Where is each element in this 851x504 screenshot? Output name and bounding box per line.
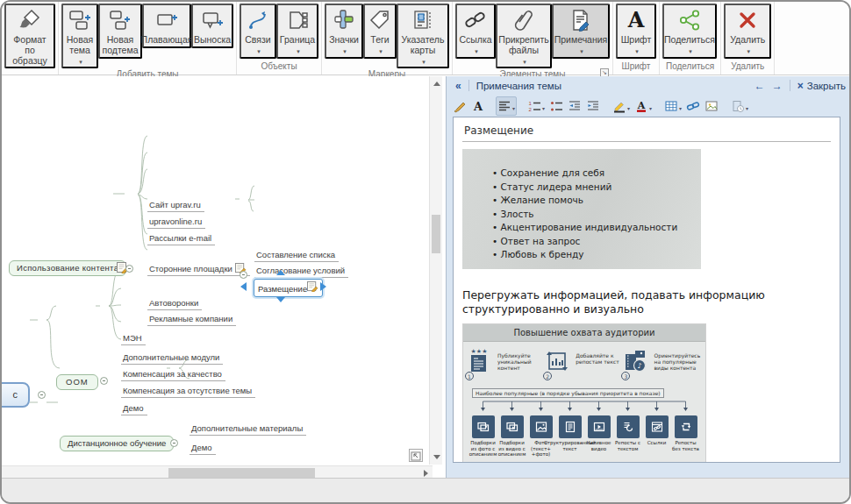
relationships-button[interactable]: Связи bbox=[240, 4, 276, 59]
tags-button[interactable]: Теги bbox=[363, 4, 397, 59]
fit-map-button[interactable] bbox=[409, 449, 423, 462]
history-button[interactable] bbox=[729, 96, 750, 116]
map-canvas[interactable]: Использование контента Сайт uprav.ru upr… bbox=[2, 76, 446, 479]
collapse-toggle[interactable] bbox=[38, 391, 46, 399]
scroll-right-icon[interactable] bbox=[424, 470, 428, 477]
map-topic-box[interactable]: ООМ bbox=[56, 374, 98, 390]
drag-handle-down-icon[interactable] bbox=[276, 297, 285, 302]
align-left-icon bbox=[497, 99, 511, 113]
map-topic[interactable]: Согласование условий bbox=[254, 266, 348, 278]
collapse-toggle[interactable] bbox=[125, 265, 133, 273]
insert-image-button[interactable] bbox=[703, 97, 720, 115]
collapse-toggle[interactable] bbox=[100, 377, 108, 385]
drag-handle-left-icon[interactable] bbox=[240, 282, 247, 291]
scroll-down-icon[interactable] bbox=[433, 455, 440, 459]
font-button[interactable]: A Шрифт bbox=[616, 4, 656, 59]
link-button[interactable]: Ссылка bbox=[455, 4, 496, 59]
links-icon bbox=[650, 420, 664, 434]
format-painter-button[interactable]: Формат по образцу bbox=[4, 4, 55, 68]
icons-button[interactable]: Значки bbox=[325, 4, 363, 59]
vertical-scrollbar[interactable] bbox=[429, 76, 442, 465]
back-icon[interactable] bbox=[751, 80, 769, 92]
table-icon bbox=[664, 99, 678, 113]
horizontal-scroll-thumb[interactable] bbox=[168, 468, 315, 478]
map-topic-box[interactable]: Дистанционное обучение bbox=[60, 436, 174, 451]
new-subtopic-button[interactable]: Новая подтема bbox=[98, 4, 142, 59]
notes-toolbar: A 12 A bbox=[447, 95, 849, 117]
indent-icon bbox=[586, 99, 600, 113]
floating-topic-button[interactable]: Плавающая bbox=[142, 4, 191, 48]
map-topic[interactable]: Сайт uprav.ru bbox=[147, 200, 204, 212]
align-button[interactable] bbox=[496, 96, 517, 116]
dropdown-caret-icon bbox=[578, 46, 583, 56]
attach-files-button[interactable]: Прикрепить файлы bbox=[496, 4, 552, 68]
group-name: Удалить bbox=[724, 60, 771, 75]
scroll-up-icon[interactable] bbox=[433, 82, 440, 86]
dropdown-caret-icon bbox=[511, 98, 515, 114]
highlight-button[interactable] bbox=[611, 96, 632, 116]
map-topic[interactable]: Рассылки e-mail bbox=[147, 233, 215, 245]
map-topic[interactable]: Дополнительные материалы bbox=[190, 423, 306, 436]
collapse-toggle[interactable] bbox=[170, 439, 178, 447]
collapse-toggle[interactable] bbox=[240, 271, 247, 279]
dropdown-caret-icon bbox=[745, 98, 748, 114]
notes-button[interactable]: Примечания bbox=[552, 4, 610, 59]
map-index-button[interactable]: Указатель карты bbox=[397, 4, 449, 68]
map-topic[interactable]: Демо bbox=[121, 403, 147, 415]
delete-button[interactable]: Удалить bbox=[724, 4, 771, 59]
tags-icon bbox=[368, 8, 392, 32]
share-button[interactable]: Поделиться bbox=[662, 4, 717, 59]
boundary-button[interactable]: Граница bbox=[276, 4, 318, 59]
map-central-topic[interactable]: с bbox=[2, 382, 30, 408]
ribbon-group-topic-elements: Ссылка Прикрепить файлы Примечания Элеме… bbox=[453, 2, 613, 75]
note-icon[interactable] bbox=[307, 281, 318, 292]
dropdown-caret-icon bbox=[341, 46, 347, 56]
infographic-title: Повышение охвата аудитории bbox=[463, 324, 705, 342]
collapse-panel-icon[interactable] bbox=[452, 80, 465, 92]
map-topic[interactable]: Автоворонки bbox=[147, 298, 202, 310]
vertical-scroll-thumb[interactable] bbox=[432, 215, 440, 253]
map-topic[interactable]: upravonline.ru bbox=[147, 217, 205, 229]
map-topic-selected[interactable]: Размещение bbox=[254, 279, 323, 297]
font-dialog-button[interactable]: A bbox=[469, 97, 487, 115]
map-topic[interactable]: Демо bbox=[190, 443, 216, 455]
infographic-step: ♪3 Ориентируйтесь на популярные виды кон… bbox=[623, 347, 701, 380]
callout-button[interactable]: Выноска bbox=[191, 4, 233, 48]
link-icon bbox=[463, 8, 488, 32]
infographic-connector-lines bbox=[463, 400, 707, 412]
insert-link-button[interactable] bbox=[684, 97, 702, 115]
dropdown-caret-icon bbox=[633, 46, 639, 56]
map-topic-box[interactable]: Использование контента bbox=[9, 260, 126, 276]
notes-panel-header: Примечания темы Закрыть bbox=[447, 76, 849, 95]
notes-editor[interactable]: Размещение Сохранение для себя Статус ли… bbox=[453, 117, 840, 463]
bullet-list-button[interactable] bbox=[547, 97, 565, 115]
map-topic[interactable]: Дополнительные модули bbox=[121, 352, 223, 365]
drag-handle-right-icon[interactable] bbox=[320, 282, 326, 291]
map-topic[interactable]: МЭН bbox=[121, 333, 146, 345]
table-button[interactable] bbox=[662, 96, 683, 116]
new-topic-button[interactable]: Новая тема bbox=[61, 4, 98, 68]
forward-icon[interactable] bbox=[769, 80, 786, 92]
map-topic[interactable]: Компенсация за отсутствие темы bbox=[121, 386, 255, 398]
dropdown-caret-icon bbox=[521, 56, 526, 67]
note-image-bullets[interactable]: Сохранение для себя Статус лидера мнений… bbox=[462, 149, 701, 269]
drag-handle-up-icon[interactable] bbox=[276, 270, 285, 275]
svg-text:2: 2 bbox=[529, 107, 533, 112]
format-brush-button[interactable] bbox=[451, 97, 468, 115]
map-topic[interactable]: Сторонние площадки bbox=[147, 263, 250, 276]
bullet-list-icon bbox=[549, 99, 563, 113]
map-topic[interactable]: Компенсация за качество bbox=[121, 369, 225, 381]
font-icon: A bbox=[471, 99, 485, 113]
map-topic[interactable]: Составление списка bbox=[254, 250, 339, 262]
numbered-list-button[interactable]: 12 bbox=[526, 96, 547, 116]
infographic-tiles: Подборки из фото с описанием Подборки из… bbox=[463, 415, 705, 458]
note-image-infographic[interactable]: Повышение охвата аудитории ★★★1 Публикуй… bbox=[462, 323, 706, 463]
indent-button[interactable] bbox=[584, 97, 602, 115]
map-topic[interactable]: Рекламные компании bbox=[147, 314, 236, 326]
font-color-button[interactable]: A bbox=[633, 96, 654, 116]
close-panel-button[interactable]: Закрыть bbox=[794, 80, 846, 92]
dropdown-caret-icon bbox=[626, 98, 630, 114]
callout-icon bbox=[200, 8, 225, 32]
outdent-button[interactable] bbox=[566, 97, 583, 115]
dropdown-caret-icon bbox=[648, 98, 652, 114]
